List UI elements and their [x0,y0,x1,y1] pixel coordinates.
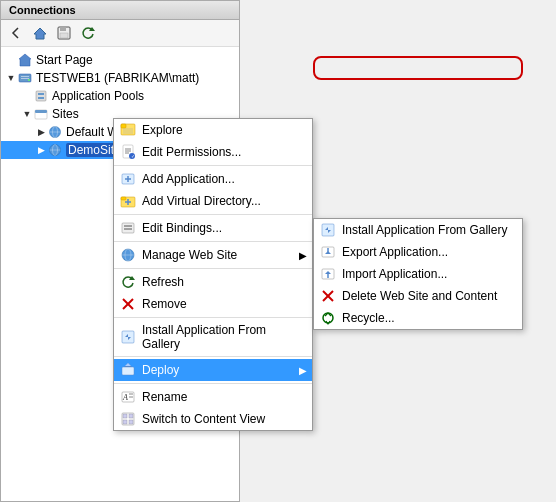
sites-label: Sites [52,107,79,121]
demo-site-icon [47,142,63,158]
menu-refresh-label: Refresh [142,275,184,289]
start-page-label: Start Page [36,53,93,67]
default-site-icon [47,124,63,140]
sep6 [114,356,312,357]
save-button[interactable] [53,22,75,44]
submenu-delete-content[interactable]: Delete Web Site and Content [314,285,522,307]
menu-edit-bindings[interactable]: Edit Bindings... [114,217,312,239]
submenu-install-icon [319,221,337,239]
svg-rect-59 [123,414,127,418]
svg-rect-60 [129,414,133,418]
menu-add-vdir-label: Add Virtual Directory... [142,194,261,208]
svg-rect-9 [21,78,29,79]
submenu-export-icon [319,243,337,261]
deploy-arrow: ▶ [299,365,307,376]
tree-app-pools[interactable]: Application Pools [1,87,239,105]
start-page-icon [17,52,33,68]
refresh-button[interactable] [77,22,99,44]
sep3 [114,241,312,242]
menu-switch-content-view[interactable]: Switch to Content View [114,408,312,430]
back-button[interactable] [5,22,27,44]
deploy-icon [119,361,137,379]
menu-rename[interactable]: A Rename [114,386,312,408]
add-vdir-icon [119,192,137,210]
submenu-import-app[interactable]: Import Application... [314,263,522,285]
menu-remove-label: Remove [142,297,187,311]
svg-rect-13 [38,97,44,99]
menu-install-gallery[interactable]: Install Application From Gallery [114,320,312,354]
server-expand[interactable]: ▼ [5,73,17,83]
svg-rect-61 [123,420,127,424]
svg-rect-51 [122,367,134,375]
submenu-recycle-label: Recycle... [342,311,395,325]
menu-refresh[interactable]: Refresh [114,271,312,293]
svg-marker-0 [34,28,46,39]
connections-toolbar [1,20,239,47]
switch-view-icon [119,410,137,428]
tree-start-page[interactable]: Start Page [1,51,239,69]
svg-rect-15 [35,110,47,113]
submenu-export-app[interactable]: Export Application... [314,241,522,263]
svg-marker-6 [19,54,31,66]
sites-icon [33,106,49,122]
svg-text:✓: ✓ [131,153,135,159]
menu-edit-permissions[interactable]: ✓ Edit Permissions... [114,141,312,163]
main-context-menu: Explore ✓ Edit Permissions... Add Applic [113,118,313,431]
svg-marker-53 [125,363,131,366]
sep4 [114,268,312,269]
svg-rect-37 [121,197,126,200]
apppools-expand[interactable] [21,91,33,101]
svg-rect-2 [60,27,66,31]
menu-switch-view-label: Switch to Content View [142,412,265,426]
svg-rect-62 [129,420,133,424]
submenu-install-gallery[interactable]: Install Application From Gallery [314,219,522,241]
server-label: TESTWEB1 (FABRIKAM\matt) [36,71,199,85]
menu-add-app-label: Add Application... [142,172,235,186]
server-icon [17,70,33,86]
sep5 [114,317,312,318]
menu-manage-site-label: Manage Web Site [142,248,237,262]
svg-text:A: A [122,393,128,402]
menu-remove[interactable]: Remove [114,293,312,315]
expand-spacer [5,55,17,65]
menu-edit-permissions-label: Edit Permissions... [142,145,241,159]
sites-expand[interactable]: ▼ [21,109,33,119]
permissions-icon: ✓ [119,143,137,161]
panel-title: Connections [1,1,239,20]
svg-rect-8 [21,76,29,77]
menu-rename-label: Rename [142,390,187,404]
rename-icon: A [119,388,137,406]
svg-rect-23 [121,124,126,128]
install-gallery-icon [119,328,137,346]
remove-icon [119,295,137,313]
menu-explore[interactable]: Explore [114,119,312,141]
submenu-import-icon [319,265,337,283]
menu-manage-site[interactable]: Manage Web Site ▶ [114,244,312,266]
submenu-recycle-icon [319,309,337,327]
sep7 [114,383,312,384]
app-pools-icon [33,88,49,104]
submenu-install-label: Install Application From Gallery [342,223,507,237]
submenu-delete-label: Delete Web Site and Content [342,289,497,303]
svg-point-10 [28,79,30,81]
svg-rect-40 [122,223,134,233]
menu-add-vdir[interactable]: Add Virtual Directory... [114,190,312,212]
menu-explore-label: Explore [142,123,183,137]
menu-deploy[interactable]: Deploy ▶ [114,359,312,381]
menu-edit-bindings-label: Edit Bindings... [142,221,222,235]
demosite-expand[interactable]: ▶ [35,145,47,155]
menu-add-application[interactable]: Add Application... [114,168,312,190]
sep1 [114,165,312,166]
manage-icon [119,246,137,264]
submenu-recycle[interactable]: Recycle... [314,307,522,329]
explore-icon [119,121,137,139]
home-button[interactable] [29,22,51,44]
sep2 [114,214,312,215]
submenu-export-label: Export Application... [342,245,448,259]
import-highlight-oval [313,56,523,80]
svg-rect-3 [60,33,68,38]
add-app-icon [119,170,137,188]
deploy-submenu: Install Application From Gallery Export … [313,218,523,330]
tree-server[interactable]: ▼ TESTWEB1 (FABRIKAM\matt) [1,69,239,87]
defaultsite-expand[interactable]: ▶ [35,127,47,137]
